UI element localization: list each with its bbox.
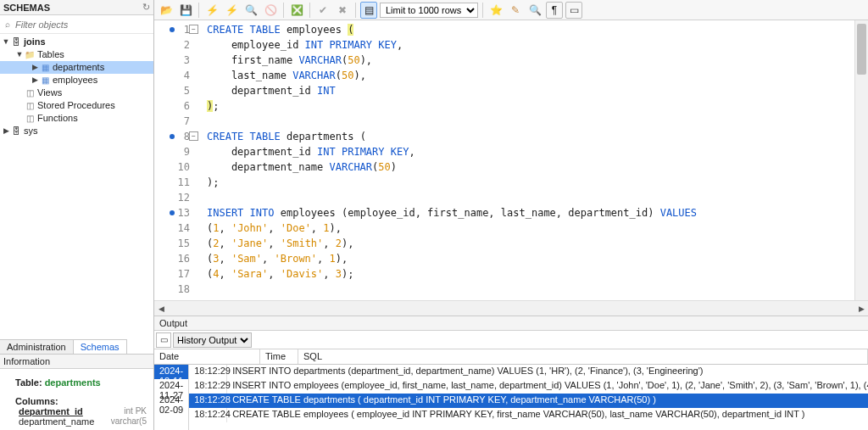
date-item[interactable]: 2024-12-11 (154, 365, 188, 379)
save-icon[interactable]: 💾 (177, 2, 194, 19)
info-table-name: departments (45, 377, 101, 388)
check-icon: ✔ (314, 2, 331, 19)
tree-table-employees[interactable]: ▶employees (0, 74, 153, 87)
editor-code[interactable]: CREATE TABLE employees ( employee_id INT… (207, 22, 854, 297)
information-header: Information (0, 354, 153, 369)
schemas-title: SCHEMAS (3, 3, 50, 13)
info-col-row: department_name varchar(5 (15, 416, 147, 427)
editor-gutter: 1−2345678−9101112131415161718 (154, 20, 195, 297)
rows-column: 18:12:29INSERT INTO departments (departm… (189, 365, 868, 430)
col-date[interactable]: Date (154, 349, 260, 364)
output-row[interactable]: 18:12:28CREATE TABLE departments ( depar… (189, 394, 868, 408)
sql-editor[interactable]: 1−2345678−9101112131415161718 CREATE TAB… (154, 20, 868, 300)
output-row[interactable]: 18:12:24CREATE TABLE employees ( employe… (189, 408, 868, 422)
schemas-header: SCHEMAS ↻ (0, 0, 153, 15)
info-col-type: int PK (124, 406, 147, 416)
toggle-panel-icon[interactable]: ▭ (565, 2, 582, 19)
main-area: 📂 💾 ⚡ ⚡ 🔍 🚫 ❎ ✔ ✖ ▤ Limit to 1000 rows ⭐… (154, 0, 868, 430)
sidebar-tabs: Administration Schemas (0, 337, 153, 354)
sidebar: SCHEMAS ↻ ⌕ ▼joins ▼Tables ▶departments … (0, 0, 154, 430)
refresh-icon[interactable]: ↻ (142, 2, 150, 13)
date-item[interactable]: 2024-11-27 (154, 379, 188, 394)
tab-administration[interactable]: Administration (0, 339, 74, 354)
date-column: 2024-12-112024-11-272024-02-09 (154, 365, 189, 430)
grid-body: 2024-12-112024-11-272024-02-09 18:12:29I… (154, 365, 868, 430)
scroll-right-icon[interactable]: ▶ (854, 301, 868, 316)
search-icon: ⌕ (2, 20, 14, 29)
scroll-left-icon[interactable]: ◀ (154, 301, 168, 316)
output-controls: ▭ History Output (154, 331, 868, 349)
output-row[interactable]: 18:12:29INSERT INTO departments (departm… (189, 365, 868, 379)
toolbar: 📂 💾 ⚡ ⚡ 🔍 🚫 ❎ ✔ ✖ ▤ Limit to 1000 rows ⭐… (154, 0, 868, 20)
brush-icon[interactable]: ✎ (507, 2, 524, 19)
information-body: Table: departments Columns: department_i… (0, 369, 153, 430)
output-header: Output (154, 316, 868, 331)
date-item[interactable]: 2024-02-09 (154, 394, 188, 408)
filter-input[interactable] (14, 17, 152, 32)
output-grid: Date Time SQL 2024-12-112024-11-272024-0… (154, 349, 868, 430)
output-view-select[interactable]: History Output (173, 332, 252, 348)
info-col-name: department_name (19, 416, 94, 427)
tree-db-joins[interactable]: ▼joins (0, 36, 153, 48)
wrap-text-icon[interactable]: ¶ (546, 2, 563, 19)
tree-functions[interactable]: ▶Functions (0, 112, 153, 125)
star-icon[interactable]: ⭐ (487, 2, 504, 19)
commit-icon[interactable]: ❎ (288, 2, 305, 19)
filter-row: ⌕ (0, 15, 153, 34)
tab-schemas[interactable]: Schemas (74, 339, 127, 354)
horizontal-scrollbar[interactable]: ◀ ▶ (154, 300, 868, 316)
cancel-icon: ✖ (334, 2, 351, 19)
info-col-row: department_id int PK (15, 406, 147, 416)
limit-rows-select[interactable]: Limit to 1000 rows (380, 3, 478, 18)
stop-icon: 🚫 (262, 2, 279, 19)
info-columns-label: Columns: (15, 396, 147, 406)
explain-icon[interactable]: 🔍 (242, 2, 259, 19)
execute-icon[interactable]: ⚡ (203, 2, 220, 19)
execute-step-icon[interactable]: ⚡ (223, 2, 240, 19)
tree-views[interactable]: ▶Views (0, 87, 153, 99)
info-prefix: Table: (15, 377, 45, 388)
search-icon[interactable]: 🔍 (526, 2, 543, 19)
col-sql[interactable]: SQL (298, 349, 868, 364)
vertical-scrollbar[interactable] (854, 20, 868, 300)
tree-table-departments[interactable]: ▶departments (0, 61, 153, 74)
limit-toggle-icon[interactable]: ▤ (360, 2, 377, 19)
schema-tree: ▼joins ▼Tables ▶departments ▶employees ▶… (0, 34, 153, 139)
tree-tables[interactable]: ▼Tables (0, 48, 153, 61)
col-time[interactable]: Time (260, 349, 298, 364)
tree-db-sys[interactable]: ▶sys (0, 125, 153, 137)
open-file-icon[interactable]: 📂 (158, 2, 175, 19)
output-clear-icon[interactable]: ▭ (156, 332, 171, 348)
grid-header: Date Time SQL (154, 349, 868, 365)
info-col-name: department_id (19, 406, 83, 416)
info-col-type: varchar(5 (111, 416, 147, 427)
tree-stored-procedures[interactable]: ▶Stored Procedures (0, 99, 153, 112)
output-row[interactable]: 18:12:29INSERT INTO employees (employee_… (189, 379, 868, 394)
